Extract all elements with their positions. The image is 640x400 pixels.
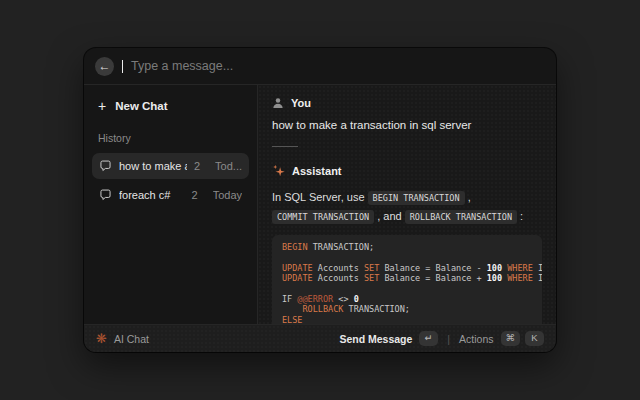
code-token: TRANSACTION; [308,242,375,252]
inline-code-chip: ROLLBACK TRANSACTION [405,210,517,224]
history-item-title: how to make a transa... [119,160,187,172]
code-line: BEGIN TRANSACTION; [282,242,532,252]
code-token: BEGIN [282,242,308,252]
plus-icon: + [98,99,106,113]
text-cursor [122,60,123,73]
code-token: <> [333,294,353,304]
code-line [282,252,532,262]
inline-code-chip: COMMIT TRANSACTION [272,210,374,224]
code-token: Balance = Balance - [379,263,486,273]
code-line: UPDATE Accounts SET Balance = Balance - … [282,263,532,273]
assistant-role-label: Assistant [292,165,342,177]
history-section-label: History [98,132,243,144]
chat-transcript: You how to make a transaction in sql ser… [258,85,556,324]
history-item-date: Tod... [215,160,242,172]
code-line: IF @@ERROR <> 0 [282,294,532,304]
code-token: @@ERROR [297,294,333,304]
message-input-placeholder[interactable]: Type a message... [131,59,233,73]
code-token: Balance = Balance + [379,273,486,283]
code-token: Accounts [313,263,364,273]
code-token: UPDATE [282,273,313,283]
code-token: UPDATE [282,263,313,273]
code-token: SET [364,263,379,273]
shortcut-key-badge[interactable]: ⌘ [501,331,521,345]
user-message-text: how to make a transaction in sql server [272,119,542,131]
chat-bubble-icon [99,160,112,173]
user-role-label: You [291,97,311,109]
code-token: SET [364,273,379,283]
statusbar-separator: | [447,333,450,345]
new-chat-label: New Chat [115,100,167,112]
code-token: 100 [487,263,502,273]
send-message-button[interactable]: Send Message [339,333,412,345]
code-token: WHERE [507,263,533,273]
chat-bubble-icon [99,189,112,202]
code-token: TRANSACTION; [343,304,410,314]
user-avatar-icon [272,97,284,109]
assistant-intro: In SQL Server, use BEGIN TRANSACTION , C… [272,188,542,226]
actions-keys: ⌘K [501,331,545,345]
inline-code-chip: BEGIN TRANSACTION [368,191,465,205]
back-button[interactable]: ← [95,57,114,76]
message-input-bar[interactable]: ← Type a message... [84,48,556,85]
enter-key-badge[interactable]: ↵ [419,331,438,345]
history-item[interactable]: how to make a transa...2Tod... [92,153,249,179]
code-line: UPDATE Accounts SET Balance = Balance + … [282,273,532,283]
code-token: ID = [533,263,542,273]
sparkle-icon [272,164,285,177]
history-item[interactable]: foreach c#2Today [92,182,249,208]
message-divider [272,146,298,147]
history-list: how to make a transa...2Tod...foreach c#… [92,153,249,208]
user-message-header: You [272,97,542,109]
code-token [282,304,302,314]
history-item-title: foreach c# [119,189,185,201]
code-line [282,284,532,294]
assistant-message-header: Assistant [272,164,542,177]
code-token: WHERE [507,273,533,283]
code-token: IF [282,294,297,304]
app-name: AI Chat [114,333,149,345]
history-item-date: Today [213,189,242,201]
history-item-count: 2 [194,160,200,172]
back-arrow-icon: ← [99,60,111,72]
shortcut-key-badge[interactable]: K [525,331,544,345]
code-token: ID = [533,273,542,283]
code-token: 100 [487,273,502,283]
actions-button[interactable]: Actions [459,333,493,345]
new-chat-button[interactable]: + New Chat [92,95,249,117]
sidebar: + New Chat History how to make a transa.… [84,85,258,324]
code-token: ROLLBACK [302,304,343,314]
code-line: ROLLBACK TRANSACTION; [282,304,532,314]
status-bar: ❋ AI Chat Send Message ↵ | Actions ⌘K [84,324,556,352]
ai-chat-window: ← Type a message... + New Chat History h… [84,48,556,352]
flower-icon: ❋ [96,332,107,345]
code-token: Accounts [313,273,364,283]
history-item-count: 2 [192,189,198,201]
code-token: 0 [354,294,359,304]
